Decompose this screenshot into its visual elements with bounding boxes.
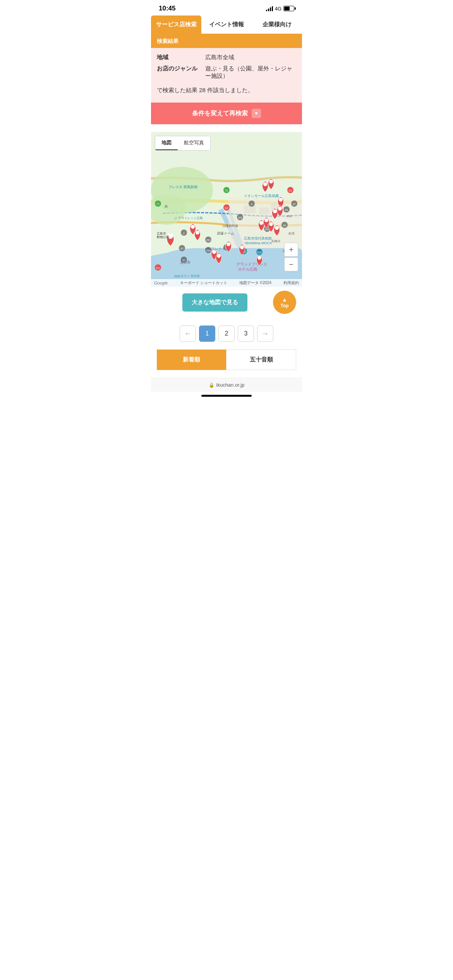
pagination-page-1[interactable]: 1 bbox=[199, 326, 215, 342]
home-indicator bbox=[201, 395, 252, 397]
svg-text:41: 41 bbox=[182, 259, 185, 262]
svg-point-77 bbox=[240, 245, 244, 249]
svg-text:広島市現代美術館: 広島市現代美術館 bbox=[244, 236, 272, 240]
status-time: 10:45 bbox=[159, 5, 175, 12]
svg-text:290: 290 bbox=[206, 249, 211, 252]
svg-text:71: 71 bbox=[225, 189, 228, 192]
svg-text:山陽新幹線: 山陽新幹線 bbox=[223, 224, 238, 228]
re-search-button[interactable]: 条件を変えて再検索 ▼ bbox=[151, 103, 302, 124]
svg-point-68 bbox=[273, 209, 277, 213]
criteria-value-genre: 遊ぶ・見る（公園、屋外・レジャー施設） bbox=[205, 65, 296, 80]
svg-text:広島市: 広島市 bbox=[157, 232, 166, 235]
svg-text:152: 152 bbox=[287, 214, 292, 218]
signal-icon bbox=[266, 6, 273, 11]
map-section: フレスポ 西風新都 イオンモール広島祇園 ジ アウトレット広島 山陽新幹線 原爆… bbox=[151, 132, 302, 318]
svg-point-65 bbox=[263, 182, 267, 186]
search-result-header: 検索結果 bbox=[151, 35, 302, 48]
svg-text:動物公園: 動物公園 bbox=[157, 235, 169, 239]
map-tab-aerial[interactable]: 航空写真 bbox=[178, 136, 210, 150]
svg-text:37: 37 bbox=[293, 203, 296, 206]
zoom-out-button[interactable]: − bbox=[284, 257, 298, 271]
svg-point-80 bbox=[257, 256, 261, 260]
svg-text:2: 2 bbox=[183, 232, 185, 235]
map-footer-shortcut: キーボード ショートカット bbox=[180, 280, 228, 286]
svg-text:86: 86 bbox=[283, 224, 286, 227]
dropdown-arrow-icon: ▼ bbox=[252, 109, 261, 118]
top-button[interactable]: ▲ Top bbox=[273, 291, 296, 314]
tab-business[interactable]: 企業様向け bbox=[252, 15, 302, 34]
search-result-count: で検索した結果 28 件該当しました。 bbox=[157, 86, 296, 95]
svg-text:Hiroshima MOCA: Hiroshima MOCA bbox=[245, 241, 272, 245]
svg-point-66 bbox=[269, 180, 273, 183]
big-map-button[interactable]: 大きな地図で見る bbox=[182, 293, 247, 312]
svg-text:イオンモール広島祇園: イオンモール広島祇園 bbox=[244, 194, 279, 198]
svg-text:中区: 中区 bbox=[257, 251, 262, 254]
search-result-body: 地域 広島市全域 お店のジャンル 遊ぶ・見る（公園、屋外・レジャー施設） で検索… bbox=[151, 48, 302, 103]
lock-icon: 🔒 bbox=[209, 382, 214, 388]
svg-point-76 bbox=[226, 242, 230, 246]
svg-text:E2: E2 bbox=[289, 189, 292, 192]
pagination-prev[interactable]: ← bbox=[180, 326, 196, 342]
svg-text:向洋: 向洋 bbox=[288, 232, 295, 235]
svg-point-74 bbox=[269, 222, 273, 226]
svg-point-78 bbox=[212, 250, 216, 254]
svg-point-75 bbox=[275, 226, 279, 230]
network-label: 4G bbox=[275, 6, 281, 12]
svg-text:原爆ドーム: 原爆ドーム bbox=[217, 231, 234, 235]
criteria-label-genre: お店のジャンル bbox=[157, 65, 197, 80]
map-footer-terms: 利用規約 bbox=[283, 280, 299, 286]
pagination: ← 1 2 3 → bbox=[151, 318, 302, 350]
svg-point-79 bbox=[217, 254, 221, 258]
svg-point-70 bbox=[191, 225, 195, 229]
map-footer: Google キーボード ショートカット 地図データ ©2024 利用規約 bbox=[151, 279, 302, 287]
zoom-in-button[interactable]: + bbox=[284, 243, 298, 257]
svg-point-71 bbox=[196, 231, 199, 235]
re-search-label: 条件を変えて再検索 bbox=[192, 110, 248, 118]
svg-text:天神川: 天神川 bbox=[271, 240, 280, 243]
map-svg: フレスポ 西風新都 イオンモール広島祇園 ジ アウトレット広島 山陽新幹線 原爆… bbox=[151, 132, 302, 287]
svg-point-73 bbox=[264, 218, 268, 222]
svg-text:ゆめタウン 廿日市: ゆめタウン 廿日市 bbox=[174, 274, 200, 278]
svg-text:ホテル広島: ホテル広島 bbox=[238, 267, 257, 271]
map-zoom-controls: + − bbox=[284, 243, 298, 271]
svg-text:183: 183 bbox=[238, 216, 242, 219]
map-tab-map[interactable]: 地図 bbox=[155, 136, 178, 150]
search-criteria: 地域 広島市全域 お店のジャンル 遊ぶ・見る（公園、屋外・レジャー施設） bbox=[157, 54, 296, 80]
tab-service[interactable]: サービス店検索 bbox=[151, 15, 201, 34]
sort-new-order-button[interactable]: 新着順 bbox=[157, 350, 226, 370]
svg-text:77: 77 bbox=[156, 203, 160, 206]
svg-point-72 bbox=[259, 221, 263, 225]
svg-point-67 bbox=[279, 198, 283, 202]
svg-text:E2: E2 bbox=[225, 207, 228, 209]
status-icons: 4G bbox=[266, 6, 294, 12]
sort-buttons: 新着順 五十音順 bbox=[157, 350, 296, 370]
criteria-value-region: 広島市全域 bbox=[205, 54, 296, 61]
map-tab-bar: 地図 航空写真 bbox=[155, 136, 211, 151]
nav-tabs: サービス店検索 イベント情報 企業様向け bbox=[151, 15, 302, 35]
bottom-bar: 🔒 ikuchan.or.jp bbox=[151, 378, 302, 392]
svg-text:フレスポ 西風新都: フレスポ 西風新都 bbox=[168, 185, 197, 189]
criteria-label-region: 地域 bbox=[157, 54, 197, 61]
svg-text:易: 易 bbox=[165, 205, 168, 208]
battery-icon bbox=[283, 6, 294, 11]
svg-point-69 bbox=[278, 207, 282, 211]
svg-text:ジ アウトレット広島: ジ アウトレット広島 bbox=[174, 216, 203, 220]
svg-rect-8 bbox=[259, 207, 269, 214]
top-chevron-icon: ▲ bbox=[282, 296, 287, 303]
svg-rect-7 bbox=[244, 206, 256, 213]
map-footer-data: 地図データ ©2024 bbox=[239, 280, 271, 286]
pagination-page-2[interactable]: 2 bbox=[218, 326, 235, 342]
tab-event[interactable]: イベント情報 bbox=[201, 15, 252, 34]
svg-text:4: 4 bbox=[251, 203, 252, 206]
svg-text:E2: E2 bbox=[156, 267, 160, 269]
pagination-next[interactable]: → bbox=[257, 326, 273, 342]
svg-text:グランドプリンス: グランドプリンス bbox=[236, 262, 267, 266]
domain-label: ikuchan.or.jp bbox=[216, 382, 245, 388]
sort-kana-order-button[interactable]: 五十音順 bbox=[226, 350, 296, 370]
top-label: Top bbox=[280, 303, 288, 308]
map-container[interactable]: フレスポ 西風新都 イオンモール広島祇園 ジ アウトレット広島 山陽新幹線 原爆… bbox=[151, 132, 302, 287]
search-result-section: 検索結果 地域 広島市全域 お店のジャンル 遊ぶ・見る（公園、屋外・レジャー施設… bbox=[151, 35, 302, 124]
pagination-page-3[interactable]: 3 bbox=[238, 326, 254, 342]
svg-text:290: 290 bbox=[206, 239, 211, 242]
google-logo: Google bbox=[154, 281, 168, 285]
